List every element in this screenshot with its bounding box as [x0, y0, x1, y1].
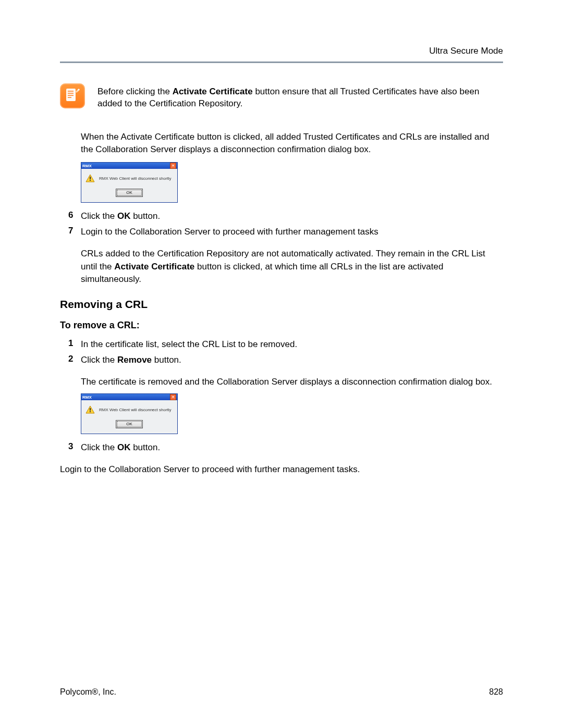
intro-paragraph: When the Activate Certificate button is … [81, 131, 503, 156]
dialog-body: RMX Web Client will disconnect shortly [81, 169, 177, 187]
step-number: 7 [60, 226, 81, 236]
close-icon: × [170, 394, 176, 400]
dialog-message: RMX Web Client will disconnect shortly [99, 176, 172, 181]
header-divider [60, 61, 503, 63]
step6-pre: Click the [81, 211, 117, 221]
step2-pre: Click the [81, 355, 117, 365]
step-3: 3 Click the OK button. [60, 441, 503, 454]
dialog-title: RMX [82, 395, 92, 400]
footer-page-number: 828 [489, 687, 503, 697]
step-number: 3 [60, 441, 81, 452]
step2-post: button. [152, 355, 181, 365]
document-page: Ultra Secure Mode Before clicking the Ac… [0, 0, 563, 728]
step2-follow: The certificate is removed and the Colla… [81, 376, 503, 388]
svg-rect-0 [66, 89, 76, 101]
dialog-message: RMX Web Client will disconnect shortly [99, 408, 172, 412]
step3-pre: Click the [81, 442, 117, 452]
subheading: To remove a CRL: [60, 320, 503, 331]
footer-company-post: , Inc. [98, 687, 116, 696]
svg-rect-10 [90, 411, 91, 412]
svg-rect-9 [90, 408, 91, 411]
ok-button: OK [116, 189, 143, 197]
steps-list-b: 1 In the certificate list, select the CR… [60, 338, 503, 366]
dialog-body: RMX Web Client will disconnect shortly [81, 400, 177, 418]
close-icon: × [170, 163, 176, 169]
note-icon [60, 83, 85, 108]
rmx-dialog-2: RMX × RMX Web Client will disconnect sho… [81, 393, 178, 434]
section-heading: Removing a CRL [60, 298, 503, 311]
registered-icon: ® [92, 687, 98, 696]
dialog-titlebar: RMX × [81, 394, 177, 400]
page-content: Before clicking the Activate Certificate… [60, 83, 503, 482]
dialog-button-row: OK [81, 187, 177, 202]
step-number: 6 [60, 210, 81, 220]
step1-text: In the certificate list, select the CRL … [81, 338, 503, 351]
dialog-title: RMX [82, 164, 92, 168]
step-2: 2 Click the Remove button. [60, 354, 503, 366]
footer-left: Polycom®, Inc. [60, 687, 116, 697]
page-footer: Polycom®, Inc. 828 [60, 687, 503, 697]
step-number: 1 [60, 338, 81, 349]
step6-post: button. [130, 211, 160, 221]
warning-icon [85, 174, 95, 182]
step2-bold: Remove [117, 355, 152, 365]
rmx-dialog-1: RMX × RMX Web Client will disconnect sho… [81, 162, 178, 203]
note-bold: Activate Certificate [173, 87, 253, 96]
warning-icon [85, 405, 95, 414]
dialog-button-row: OK [81, 418, 177, 434]
note-pre: Before clicking the [97, 87, 173, 96]
step-1: 1 In the certificate list, select the CR… [60, 338, 503, 351]
step7-follow-bold: Activate Certificate [114, 262, 194, 272]
step6-bold: OK [117, 211, 131, 221]
note-text: Before clicking the Activate Certificate… [97, 83, 503, 110]
ok-button: OK [116, 420, 143, 428]
footer-company-pre: Polycom [60, 687, 92, 696]
svg-rect-7 [90, 180, 91, 181]
step-6: 6 Click the OK button. [60, 210, 503, 223]
step7-follow: CRLs added to the Certification Reposito… [81, 248, 503, 285]
dialog-titlebar: RMX × [81, 163, 177, 169]
step7-text: Login to the Collaboration Server to pro… [81, 226, 503, 238]
closing-line: Login to the Collaboration Server to pro… [60, 463, 503, 476]
step-number: 2 [60, 354, 81, 364]
steps-list-a: 6 Click the OK button. 7 Login to the Co… [60, 210, 503, 238]
note-block: Before clicking the Activate Certificate… [60, 83, 503, 110]
step-7: 7 Login to the Collaboration Server to p… [60, 226, 503, 238]
step3-post: button. [130, 442, 160, 452]
steps-list-b2: 3 Click the OK button. [60, 441, 503, 454]
svg-rect-6 [90, 177, 91, 179]
step3-bold: OK [117, 442, 131, 452]
page-header-title: Ultra Secure Mode [429, 46, 503, 56]
